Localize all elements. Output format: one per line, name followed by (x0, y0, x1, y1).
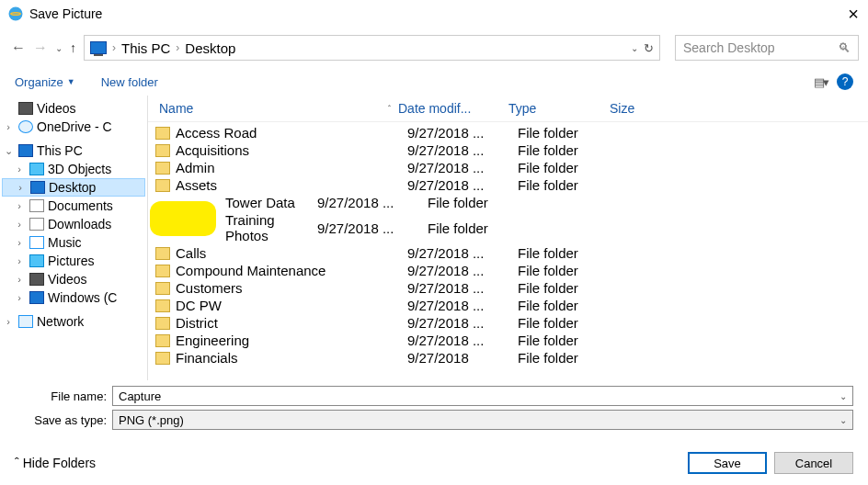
folder-icon (155, 317, 170, 330)
file-date: 9/27/2018 ... (407, 142, 518, 158)
ie-icon (7, 6, 24, 22)
tree-item-network[interactable]: ›Network (2, 312, 145, 331)
file-date: 9/27/2018 ... (407, 245, 518, 261)
address-bar[interactable]: › This PC › Desktop ⌄ ↻ (84, 35, 660, 61)
folder-icon (155, 282, 170, 295)
breadcrumb[interactable]: This PC (121, 40, 170, 56)
tree-item-documents[interactable]: ›Documents (2, 197, 145, 215)
folder-icon (155, 162, 170, 175)
tree-item-thispc[interactable]: ⌄This PC (2, 141, 145, 160)
file-type: File folder (518, 142, 619, 158)
folder-icon (155, 179, 170, 192)
folder-icon (155, 265, 170, 277)
tree-item-music[interactable]: ›Music (2, 233, 145, 252)
file-row[interactable]: DC PW9/27/2018 ...File folder (155, 297, 861, 314)
file-date: 9/27/2018 ... (407, 160, 518, 175)
file-date: 9/27/2018 (407, 350, 518, 366)
folder-icon (155, 144, 170, 157)
chevron-down-icon[interactable]: ⌄ (839, 391, 847, 401)
nav-bar: ← → ⌄ ↑ › This PC › Desktop ⌄ ↻ Search D… (0, 28, 868, 68)
file-row[interactable]: Training Photos9/27/2018 ...File folder (155, 211, 861, 244)
folder-icon (155, 247, 170, 260)
file-type: File folder (518, 177, 619, 193)
file-row[interactable]: Assets9/27/2018 ...File folder (155, 176, 861, 194)
file-row[interactable]: Acquisitions9/27/2018 ...File folder (155, 141, 861, 159)
file-type: File folder (518, 333, 619, 348)
navigation-pane: Videos ›OneDrive - C ⌄This PC ›3D Object… (0, 96, 147, 380)
file-type: File folder (518, 315, 619, 331)
refresh-icon[interactable]: ↻ (644, 41, 654, 55)
close-icon[interactable]: × (848, 4, 859, 25)
column-size[interactable]: Size (606, 99, 680, 118)
filename-label: File name: (15, 389, 107, 403)
save-button[interactable]: Save (688, 452, 767, 474)
savetype-combo[interactable]: PNG (*.png) ⌄ (112, 410, 853, 430)
file-row[interactable]: Access Road9/27/2018 ...File folder (155, 124, 861, 141)
file-type: File folder (518, 280, 619, 296)
pictures-icon (29, 254, 44, 267)
history-dropdown[interactable]: ⌄ (55, 43, 63, 53)
new-folder-button[interactable]: New folder (101, 75, 158, 89)
onedrive-icon (18, 120, 33, 133)
network-icon (18, 315, 33, 328)
cancel-button[interactable]: Cancel (774, 452, 853, 474)
view-options-button[interactable]: ▤▾ (814, 75, 828, 89)
tree-item-videos2[interactable]: ›Videos (2, 270, 145, 288)
pc-icon (18, 144, 33, 157)
tree-item-onedrive[interactable]: ›OneDrive - C (2, 118, 145, 136)
title-bar: Save Picture × (0, 0, 868, 28)
forward-button[interactable]: → (31, 39, 50, 56)
file-name: Financials (176, 350, 407, 366)
search-icon: 🔍︎ (838, 40, 851, 55)
file-row[interactable]: Customers9/27/2018 ...File folder (155, 279, 861, 297)
chevron-right-icon[interactable]: › (176, 41, 179, 54)
file-type: File folder (518, 263, 619, 278)
tree-item-pictures[interactable]: ›Pictures (2, 252, 145, 270)
disk-icon (29, 291, 44, 304)
downloads-icon (29, 218, 44, 231)
chevron-right-icon[interactable]: › (112, 41, 116, 54)
breadcrumb[interactable]: Desktop (185, 40, 235, 56)
column-headers: Nameˆ Date modif... Type Size (148, 96, 868, 122)
file-date: 9/27/2018 ... (407, 315, 518, 331)
back-button[interactable]: ← (9, 39, 28, 56)
file-type: File folder (428, 220, 529, 236)
file-row[interactable]: Compound Maintenance9/27/2018 ...File fo… (155, 262, 861, 279)
toolbar: Organize ▼ New folder ▤▾ ? (0, 68, 868, 96)
chevron-up-icon: ˆ (15, 456, 19, 470)
column-type[interactable]: Type (505, 99, 606, 118)
search-input[interactable]: Search Desktop 🔍︎ (675, 35, 859, 61)
sort-caret-icon: ˆ (388, 104, 391, 113)
tree-item-downloads[interactable]: ›Downloads (2, 215, 145, 233)
filename-input[interactable]: Capture ⌄ (112, 386, 853, 406)
file-row[interactable]: Admin9/27/2018 ...File folder (155, 159, 861, 176)
file-name: District (176, 315, 407, 331)
chevron-down-icon: ▼ (67, 77, 75, 86)
file-row[interactable]: Calls9/27/2018 ...File folder (155, 244, 861, 262)
up-button[interactable]: ↑ (70, 40, 76, 55)
file-name: Acquisitions (176, 142, 407, 158)
file-name: Engineering (176, 333, 407, 348)
file-date: 9/27/2018 ... (407, 177, 518, 193)
pc-icon (90, 41, 107, 54)
file-date: 9/27/2018 ... (407, 263, 518, 278)
organize-menu[interactable]: Organize ▼ (15, 75, 75, 89)
file-date: 9/27/2018 ... (317, 195, 428, 210)
help-icon[interactable]: ? (837, 73, 853, 90)
file-row[interactable]: Financials9/27/2018File folder (155, 349, 861, 367)
tree-item-videos[interactable]: Videos (2, 99, 145, 118)
videos-icon (29, 273, 44, 286)
file-row[interactable]: Engineering9/27/2018 ...File folder (155, 332, 861, 349)
tree-item-windows[interactable]: ›Windows (C (2, 288, 145, 307)
column-name[interactable]: Nameˆ (155, 99, 394, 118)
file-row[interactable]: District9/27/2018 ...File folder (155, 314, 861, 332)
file-date: 9/27/2018 ... (317, 220, 428, 236)
tree-item-3dobjects[interactable]: ›3D Objects (2, 160, 145, 178)
file-row[interactable]: Tower Data9/27/2018 ...File folder (155, 194, 861, 211)
column-date[interactable]: Date modif... (394, 99, 505, 118)
chevron-down-icon[interactable]: ⌄ (839, 415, 847, 425)
tree-item-desktop[interactable]: ›Desktop (2, 178, 145, 197)
chevron-down-icon[interactable]: ⌄ (631, 43, 638, 53)
hide-folders-button[interactable]: ˆ Hide Folders (15, 456, 96, 470)
file-name: Access Road (176, 125, 407, 141)
